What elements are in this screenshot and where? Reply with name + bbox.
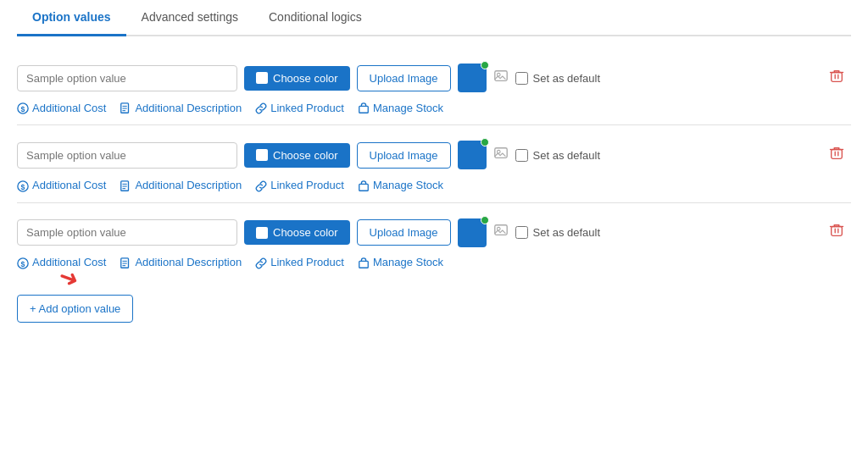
delete-option-button[interactable]: [822, 65, 851, 91]
option-links-1: $Additional CostAdditional DescriptionLi…: [17, 101, 851, 114]
upload-image-button[interactable]: Upload Image: [357, 65, 451, 91]
set-as-default-wrap: Set as default: [515, 72, 601, 85]
set-as-default-wrap: Set as default: [515, 149, 601, 162]
set-as-default-checkbox[interactable]: [515, 72, 528, 85]
sub-link-label: Additional Description: [135, 256, 242, 268]
additional-description-icon: [120, 256, 131, 269]
additional-cost-icon: $: [17, 178, 29, 191]
additional-description-icon: [120, 101, 131, 114]
choose-color-button[interactable]: Choose color: [244, 66, 350, 91]
option-main-1: Choose colorUpload ImageSet as default: [17, 64, 851, 92]
svg-point-11: [497, 150, 500, 153]
svg-text:$: $: [21, 105, 25, 113]
svg-rect-2: [832, 72, 843, 81]
sub-link-label: Additional Description: [135, 102, 242, 114]
sub-link-manage-stock[interactable]: Manage Stock: [358, 256, 443, 269]
linked-product-icon: [255, 101, 267, 114]
sub-link-linked-product[interactable]: Linked Product: [255, 101, 344, 114]
green-dot-indicator: [481, 216, 489, 224]
add-option-wrap: ➜ + Add option value: [17, 295, 133, 323]
choose-color-button[interactable]: Choose color: [244, 143, 350, 168]
set-as-default-label: Set as default: [533, 149, 601, 162]
sub-link-label: Linked Product: [270, 256, 344, 268]
color-preview-wrap: [458, 64, 487, 92]
option-value-input[interactable]: [17, 65, 237, 91]
linked-product-icon: [255, 256, 267, 269]
color-swatch-btn: [256, 227, 268, 239]
option-links-3: $Additional CostAdditional DescriptionLi…: [17, 256, 851, 269]
manage-stock-icon: [358, 256, 370, 269]
sub-link-label: Manage Stock: [373, 179, 443, 191]
sub-link-label: Manage Stock: [373, 256, 443, 268]
svg-text:$: $: [21, 182, 25, 191]
sub-link-label: Additional Cost: [32, 179, 106, 191]
option-main-3: Choose colorUpload ImageSet as default: [17, 218, 851, 247]
tab-conditional-logics[interactable]: Conditional logics: [253, 0, 377, 36]
sub-link-label: Linked Product: [270, 179, 344, 191]
add-option-button[interactable]: + Add option value: [17, 295, 133, 323]
linked-product-icon: [255, 178, 267, 191]
svg-rect-12: [832, 149, 843, 158]
svg-text:$: $: [21, 259, 25, 268]
additional-cost-icon: $: [17, 101, 29, 114]
tab-advanced-settings[interactable]: Advanced settings: [126, 0, 253, 36]
upload-image-button[interactable]: Upload Image: [357, 219, 451, 246]
sub-link-label: Additional Description: [135, 179, 242, 191]
option-row: Choose colorUpload ImageSet as default$A…: [17, 52, 851, 125]
set-as-default-label: Set as default: [533, 72, 601, 85]
sub-link-linked-product[interactable]: Linked Product: [255, 178, 344, 191]
svg-rect-29: [359, 261, 369, 268]
svg-rect-9: [359, 107, 369, 113]
sub-link-linked-product[interactable]: Linked Product: [255, 256, 344, 269]
sub-link-additional-description[interactable]: Additional Description: [120, 256, 242, 269]
color-swatch-btn: [256, 72, 268, 84]
color-preview-wrap: [458, 218, 487, 247]
sub-link-label: Linked Product: [270, 102, 344, 114]
additional-description-icon: [120, 178, 131, 191]
option-value-input[interactable]: [17, 142, 237, 169]
svg-rect-22: [832, 227, 843, 236]
image-icon[interactable]: [493, 146, 509, 165]
sub-link-manage-stock[interactable]: Manage Stock: [358, 178, 443, 191]
image-icon[interactable]: [493, 223, 509, 242]
additional-cost-icon: $: [17, 256, 29, 269]
option-links-2: $Additional CostAdditional DescriptionLi…: [17, 178, 851, 191]
tab-bar: Option valuesAdvanced settingsConditiona…: [17, 0, 851, 36]
green-dot-indicator: [481, 138, 489, 147]
sub-link-label: Additional Cost: [32, 102, 106, 114]
tab-option-values[interactable]: Option values: [17, 0, 126, 36]
option-main-2: Choose colorUpload ImageSet as default: [17, 141, 851, 169]
manage-stock-icon: [358, 101, 370, 114]
image-icon[interactable]: [493, 69, 509, 88]
option-rows-container: Choose colorUpload ImageSet as default$A…: [17, 52, 851, 279]
sub-link-additional-cost[interactable]: $Additional Cost: [17, 101, 106, 114]
svg-rect-19: [359, 184, 369, 191]
sub-link-additional-cost[interactable]: $Additional Cost: [17, 178, 106, 191]
delete-option-button[interactable]: [822, 219, 851, 246]
option-row: Choose colorUpload ImageSet as default$A…: [17, 129, 851, 202]
set-as-default-label: Set as default: [533, 226, 601, 239]
set-as-default-checkbox[interactable]: [515, 149, 528, 162]
color-preview-wrap: [458, 141, 487, 169]
choose-color-button[interactable]: Choose color: [244, 220, 350, 245]
set-as-default-checkbox[interactable]: [515, 226, 528, 239]
option-row: Choose colorUpload ImageSet as default$A…: [17, 207, 851, 279]
green-dot-indicator: [481, 61, 489, 69]
option-value-input[interactable]: [17, 219, 237, 246]
sub-link-additional-description[interactable]: Additional Description: [120, 178, 242, 191]
page-container: Option valuesAdvanced settingsConditiona…: [0, 0, 868, 470]
color-swatch-btn: [256, 149, 268, 161]
set-as-default-wrap: Set as default: [515, 226, 601, 239]
delete-option-button[interactable]: [822, 142, 851, 169]
manage-stock-icon: [358, 178, 370, 191]
sub-link-additional-description[interactable]: Additional Description: [120, 101, 242, 114]
svg-point-1: [497, 73, 500, 76]
sub-link-label: Manage Stock: [373, 102, 443, 114]
sub-link-manage-stock[interactable]: Manage Stock: [358, 101, 443, 114]
upload-image-button[interactable]: Upload Image: [357, 142, 451, 169]
svg-point-21: [497, 227, 500, 230]
